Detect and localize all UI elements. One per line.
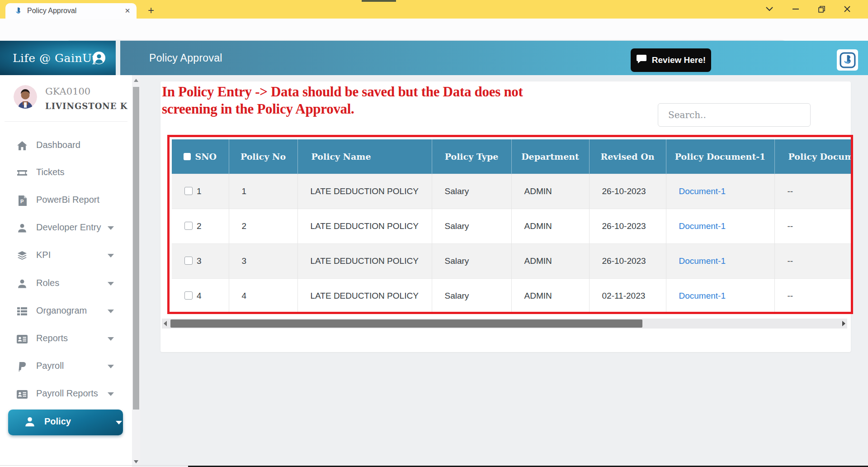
scroll-up-arrow-icon[interactable]: [134, 79, 138, 82]
list-icon: [16, 306, 28, 317]
document-1-link[interactable]: Document-1: [679, 291, 726, 300]
column-policy-no: Policy No: [229, 139, 297, 174]
annotation-line-1: In Policy Entry -> Data should be saved …: [162, 83, 523, 100]
policy-table: SNO Policy No Policy Name Policy Type De…: [172, 139, 853, 313]
scroll-down-arrow-icon[interactable]: [134, 460, 138, 463]
chevron-down-icon: [108, 365, 114, 368]
svg-text:P: P: [20, 199, 24, 204]
document-1-link[interactable]: Document-1: [679, 256, 726, 266]
user-avatar: [14, 85, 37, 109]
sidebar-divider: [5, 121, 127, 122]
sidebar-scrollbar-thumb[interactable]: [133, 87, 139, 410]
document-1-link[interactable]: Document-1: [679, 221, 726, 231]
chevron-down-icon: [108, 282, 114, 286]
window-minimize-button[interactable]: [788, 3, 803, 15]
column-policy-document-1: Policy Document-1: [666, 139, 774, 174]
document-1-link[interactable]: Document-1: [679, 186, 726, 196]
id-card-icon: [16, 389, 28, 400]
browser-tab-strip: Policy Approval ✕ +: [0, 0, 868, 19]
file-p-icon: P: [16, 195, 28, 206]
window-close-button[interactable]: [840, 3, 855, 15]
screen: Policy Approval ✕ + No: [0, 0, 868, 467]
content-card: In Policy Entry -> Data should be saved …: [160, 81, 851, 352]
column-sno: SNO: [172, 139, 229, 174]
sidebar-item-organogram[interactable]: Organogram: [0, 302, 132, 320]
scroll-right-arrow-icon[interactable]: [842, 321, 845, 326]
header-gap: [116, 41, 120, 75]
sidebar: GKA0100 LIVINGSTONE K Dashboard Tickets …: [0, 75, 132, 467]
row-checkbox[interactable]: [184, 187, 193, 195]
table-row: 2 2 LATE DEDUCTION POLICY Salary ADMIN 2…: [172, 209, 853, 244]
person-icon: [16, 223, 28, 234]
app-header: Policy Approval Review Here!: [120, 41, 868, 75]
browser-tab[interactable]: Policy Approval ✕: [5, 3, 137, 19]
sidebar-item-payroll-reports[interactable]: Payroll Reports: [0, 385, 132, 403]
row-checkbox[interactable]: [184, 291, 193, 300]
chevron-down-icon: [108, 254, 114, 257]
screen-share-indicator: [362, 0, 396, 2]
site-favicon-icon: [14, 6, 23, 15]
sidebar-item-roles[interactable]: Roles: [0, 275, 132, 293]
app-brand-block: Life @ GainUp: [0, 41, 116, 75]
page-title: Policy Approval: [149, 41, 222, 75]
table-header-row: SNO Policy No Policy Name Policy Type De…: [172, 139, 853, 174]
tab-search-chevron-icon[interactable]: [762, 3, 777, 15]
main-content: In Policy Entry -> Data should be saved …: [140, 75, 868, 467]
annotation-line-2: screening in the Policy Approval.: [162, 100, 523, 118]
table-row: 3 3 LATE DEDUCTION POLICY Salary ADMIN 2…: [172, 244, 853, 279]
policy-table-container: SNO Policy No Policy Name Policy Type De…: [167, 135, 853, 314]
sidebar-item-tickets[interactable]: Tickets: [0, 164, 132, 182]
table-row: 4 4 LATE DEDUCTION POLICY Salary ADMIN 0…: [172, 279, 853, 314]
chevron-down-icon: [116, 421, 122, 424]
sidebar-item-powerbi-report[interactable]: P PowerBi Report: [0, 191, 132, 210]
horizontal-scrollbar-thumb[interactable]: [170, 319, 642, 328]
search-input[interactable]: [658, 103, 811, 127]
tab-title: Policy Approval: [27, 7, 76, 15]
chevron-down-icon: [108, 310, 114, 313]
person-icon: [16, 278, 28, 289]
layers-icon: [16, 250, 28, 261]
chevron-down-icon: [108, 226, 114, 230]
scroll-left-arrow-icon[interactable]: [164, 321, 167, 326]
row-checkbox[interactable]: [184, 257, 193, 265]
column-policy-type: Policy Type: [432, 139, 511, 174]
column-policy-document-2: Policy Docum: [774, 139, 853, 174]
column-revised-on: Revised On: [589, 139, 666, 174]
chevron-down-icon: [108, 337, 114, 341]
row-checkbox[interactable]: [184, 222, 193, 230]
sidebar-item-developer-entry[interactable]: Developer Entry: [0, 219, 132, 237]
ticket-icon: [16, 167, 28, 178]
sidebar-item-dashboard[interactable]: Dashboard: [0, 137, 132, 155]
app-logo-button[interactable]: [837, 49, 858, 71]
tab-close-icon[interactable]: ✕: [123, 6, 132, 15]
sidebar-scrollbar[interactable]: [132, 75, 140, 467]
app-brand: Life @ GainUp: [13, 41, 99, 75]
user-id: GKA0100: [45, 86, 90, 97]
sidebar-user-box: GKA0100 LIVINGSTONE K: [0, 84, 132, 121]
sidebar-item-reports[interactable]: Reports: [0, 330, 132, 348]
select-all-checkbox[interactable]: [184, 153, 191, 160]
column-department: Department: [511, 139, 589, 174]
sidebar-item-kpi[interactable]: KPI: [0, 247, 132, 265]
chat-bubble-icon: [636, 54, 647, 67]
user-name: LIVINGSTONE K: [45, 101, 127, 111]
bottom-border: [0, 465, 188, 466]
chevron-down-icon: [108, 392, 114, 396]
table-horizontal-scrollbar[interactable]: [162, 319, 847, 329]
review-here-label: Review Here!: [652, 55, 706, 65]
browser-toolbar: Not secure 172.16.64.16:8888/policy_app: [0, 19, 868, 41]
id-card-icon: [16, 334, 28, 344]
sidebar-item-payroll[interactable]: Payroll: [0, 357, 132, 376]
window-restore-button[interactable]: [814, 3, 829, 15]
new-tab-button[interactable]: +: [145, 5, 157, 17]
paypal-p-icon: [16, 361, 28, 372]
home-icon: [16, 140, 28, 151]
column-policy-name: Policy Name: [297, 139, 432, 174]
profile-person-icon[interactable]: [92, 51, 106, 65]
gainup-logo-icon: [840, 52, 856, 68]
review-here-button[interactable]: Review Here!: [631, 48, 711, 72]
sidebar-item-policy[interactable]: Policy: [8, 410, 123, 435]
annotation-text: In Policy Entry -> Data should be saved …: [162, 83, 523, 118]
person-icon: [24, 416, 36, 428]
table-row: 1 1 LATE DEDUCTION POLICY Salary ADMIN 2…: [172, 174, 853, 209]
